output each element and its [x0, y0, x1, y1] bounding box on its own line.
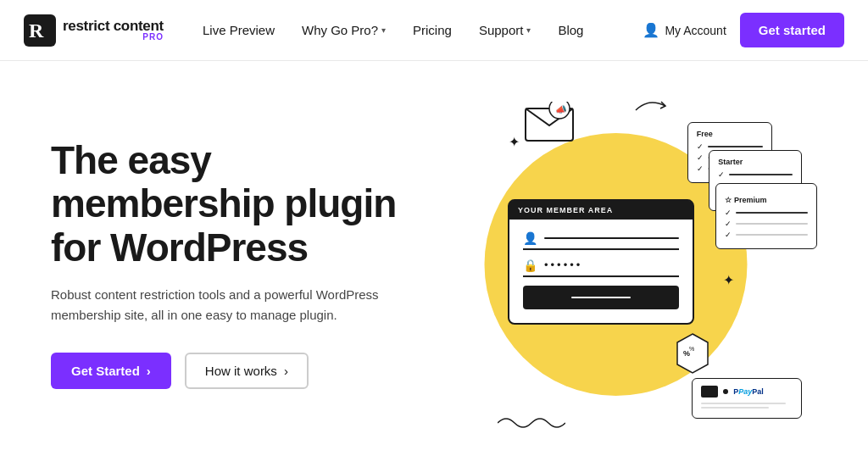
user-icon: 👤 — [643, 22, 659, 38]
password-dots: •••••• — [544, 259, 582, 271]
svg-text:%: % — [689, 346, 694, 352]
hero-title: The easy membership plugin for WordPress — [51, 139, 441, 270]
payment-card: PPayPal — [692, 378, 802, 419]
star-icon: ☆ — [725, 196, 732, 204]
login-btn-line — [571, 297, 631, 298]
user-field-icon: 👤 — [523, 231, 537, 245]
check-icon-3: ✓ — [697, 164, 704, 173]
check-row-1: ✓ — [697, 142, 763, 151]
check-icon-2: ✓ — [697, 153, 704, 162]
check-icon-4: ✓ — [718, 170, 725, 179]
nav-live-preview[interactable]: Live Preview — [191, 16, 287, 44]
login-submit-button[interactable] — [523, 286, 679, 309]
hero-subtitle: Robust content restriction tools and a p… — [51, 285, 381, 325]
check-icon-9: ✓ — [725, 231, 732, 239]
premium-card-title: ☆ Premium — [725, 196, 767, 204]
password-field: 🔒 •••••• — [523, 259, 679, 277]
username-field: 👤 — [523, 231, 679, 250]
discount-tag-decoration: % % — [674, 332, 712, 378]
hero-illustration: 📣 ✦ ✦ YOUR MEMBER AREA 👤 🔒 •••••• Free — [441, 61, 817, 467]
logo-icon: R — [24, 14, 56, 47]
credit-card-icon — [701, 386, 718, 398]
nav-right: 👤 My Account Get started — [643, 13, 844, 47]
premium-check-2: ✓ — [725, 220, 808, 228]
get-started-nav-button[interactable]: Get started — [740, 13, 844, 47]
hero-section: The easy membership plugin for WordPress… — [0, 61, 868, 467]
premium-check-3: ✓ — [725, 231, 808, 239]
login-card: YOUR MEMBER AREA 👤 🔒 •••••• — [508, 199, 694, 325]
brand-pro: PRO — [142, 32, 164, 42]
premium-check-1: ✓ — [725, 208, 808, 217]
hero-left: The easy membership plugin for WordPress… — [51, 139, 441, 390]
navigation: R restrict content PRO Live Preview Why … — [0, 0, 868, 61]
arrow-decoration — [632, 93, 674, 122]
username-line — [544, 237, 679, 239]
nav-support[interactable]: Support ▾ — [467, 16, 543, 44]
svg-text:📣: 📣 — [555, 103, 567, 115]
hero-buttons: Get Started › How it works › — [51, 353, 441, 389]
star-decoration-2: ✦ — [723, 272, 734, 288]
nav-links: Live Preview Why Go Pro? ▾ Pricing Suppo… — [191, 16, 643, 44]
arrow-right-icon: › — [147, 364, 151, 378]
paypal-icon: PPayPal — [733, 387, 764, 396]
lock-field-icon: 🔒 — [523, 259, 537, 272]
nav-why-go-pro[interactable]: Why Go Pro? ▾ — [290, 16, 398, 44]
svg-marker-5 — [677, 334, 708, 373]
dot-separator — [723, 389, 728, 394]
login-card-header: YOUR MEMBER AREA — [509, 201, 693, 220]
logo[interactable]: R restrict content PRO — [24, 14, 164, 47]
arrow-right-icon-2: › — [284, 364, 288, 378]
wave-decoration — [498, 410, 565, 435]
payment-icons: PPayPal — [701, 386, 793, 398]
check-icon-8: ✓ — [725, 220, 732, 228]
starter-check-1: ✓ — [718, 170, 793, 179]
star-decoration-1: ✦ — [509, 134, 520, 150]
chevron-down-icon: ▾ — [381, 25, 386, 35]
check-icon-7: ✓ — [725, 208, 732, 217]
get-started-hero-button[interactable]: Get Started › — [51, 353, 171, 389]
my-account-link[interactable]: 👤 My Account — [643, 22, 726, 38]
svg-text:R: R — [29, 19, 44, 42]
check-icon-1: ✓ — [697, 142, 704, 151]
premium-tier-card: ☆ Premium ✓ ✓ ✓ — [715, 183, 817, 249]
nav-pricing[interactable]: Pricing — [401, 16, 464, 44]
chevron-down-icon-2: ▾ — [526, 25, 531, 35]
payment-lines — [701, 403, 793, 409]
logo-text: restrict content PRO — [63, 19, 164, 42]
nav-blog[interactable]: Blog — [546, 16, 595, 44]
how-it-works-button[interactable]: How it works › — [185, 353, 309, 389]
envelope-decoration: 📣 — [524, 102, 575, 147]
